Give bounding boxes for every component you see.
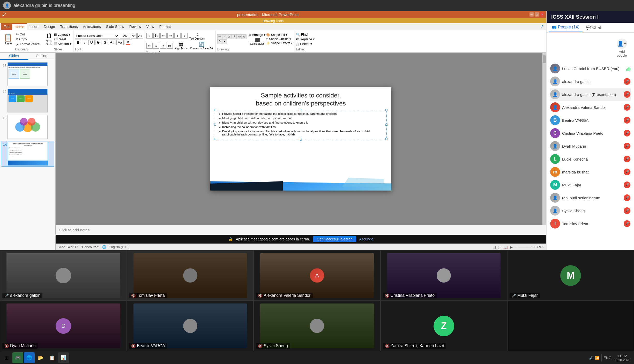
slide-thumb-14[interactable]: 14 Sample activities to consider, based … — [1, 141, 54, 166]
change-case-btn[interactable]: Aa — [116, 40, 124, 45]
paste-btn[interactable]: 📋 Paste — [2, 33, 14, 46]
increase-indent-btn[interactable]: ⇥ — [167, 33, 174, 39]
tab-animations[interactable]: Animations — [80, 23, 103, 30]
taskbar-separator — [70, 354, 70, 361]
minimize-btn[interactable]: ─ — [529, 12, 534, 17]
mic-beatrix: 🎤 — [624, 117, 630, 124]
cut-btn[interactable]: ✂PasteCut — [15, 32, 41, 36]
outline-tab[interactable]: Outline — [28, 53, 55, 60]
slide-thumb-12[interactable]: 12 For school school parents children — [1, 88, 54, 113]
align-left-btn[interactable]: ⇤ — [146, 43, 153, 49]
align-text-btn[interactable]: ▦ Align Text ▾ — [173, 41, 189, 50]
taskbar-btn-acrobat[interactable]: 📋 — [47, 352, 57, 363]
column-btn[interactable]: ⫿ — [174, 33, 181, 39]
tab-format[interactable]: Format — [157, 23, 173, 30]
shape-btn-7[interactable]: {} — [217, 39, 222, 44]
tab-slideshow[interactable]: Slide Show — [103, 23, 127, 30]
line-spacing-btn[interactable]: ↕ — [181, 33, 188, 39]
tab-home[interactable]: Home — [12, 23, 27, 30]
avatar-mukti: M — [550, 180, 560, 190]
slide-thumb-11[interactable]: 11 How can we improve the educational me… — [1, 62, 54, 87]
reset-btn[interactable]: ↺ Reset — [54, 37, 72, 41]
new-slide-btn[interactable]: 🗒 NewSlide — [45, 32, 53, 46]
view-slideshow-btn[interactable]: ▶ — [510, 245, 513, 249]
slide-content-box[interactable]: ➤ Provide specific training for increasi… — [215, 110, 387, 139]
section-btn[interactable]: ☰ Section ▾ — [54, 42, 72, 46]
view-slide-btn[interactable]: ⬚ — [498, 245, 501, 249]
shape-btn-1[interactable]: ⬲ — [217, 34, 222, 39]
find-btn[interactable]: 🔍 Find — [296, 33, 315, 36]
tab-file[interactable]: File — [1, 23, 12, 30]
shape-btn-8[interactable]: ✦ — [222, 39, 227, 44]
bullet-3: ➤ Identifying children without devices a… — [218, 121, 383, 125]
slide-thumb-13[interactable]: 13 — [1, 114, 54, 140]
maximize-btn[interactable]: □ — [535, 12, 539, 17]
close-btn[interactable]: ✕ — [540, 12, 544, 17]
taskbar-btn-search[interactable]: 🎮 — [12, 352, 23, 363]
numbering-btn[interactable]: 1≡ — [153, 33, 160, 39]
notes-area[interactable]: Click to add notes — [56, 225, 546, 235]
shape-btn-6[interactable]: ◇ — [242, 34, 247, 39]
tab-design[interactable]: Design — [41, 23, 58, 30]
justify-btn[interactable]: ▤ — [167, 43, 173, 49]
quick-styles-btn[interactable]: ⬛ Quick Styles — [249, 37, 265, 45]
font-decrease-btn[interactable]: A↓ — [137, 33, 143, 39]
bold-btn[interactable]: B — [75, 40, 81, 45]
convert-smartart-btn[interactable]: 🔄 Convert to SmartArt — [189, 41, 214, 50]
ppt-title: presentation - Microsoft PowerPoint — [8, 12, 527, 17]
italic-btn[interactable]: I — [82, 40, 88, 45]
zoom-in-btn[interactable]: + — [533, 245, 535, 249]
add-people-btn[interactable]: 👤+ Add people — [613, 36, 631, 59]
shape-btn-4[interactable]: / — [232, 34, 237, 39]
people-tab[interactable]: 👥 People (14) — [549, 23, 583, 32]
shape-effects-btn[interactable]: ✨ Shape Effects ▾ — [266, 41, 293, 45]
slide-bottom-decoration — [210, 174, 391, 191]
strikethrough-btn[interactable]: S — [95, 40, 101, 45]
select-btn[interactable]: ⬚ Select ▾ — [296, 42, 315, 46]
network-icon[interactable]: 📶 — [595, 356, 599, 360]
language-icon: 🌐 — [102, 245, 106, 249]
volume-icon[interactable]: 🔊 — [589, 356, 593, 360]
bullets-btn[interactable]: ≡ — [146, 33, 153, 39]
shape-btn-2[interactable]: ○ — [222, 34, 227, 39]
chat-tab[interactable]: 💬 Chat — [583, 23, 604, 32]
shape-btn-3[interactable]: △ — [227, 34, 232, 39]
format-painter-btn[interactable]: 🖌Format Painter — [15, 42, 41, 46]
replace-btn[interactable]: ⇄ Replace ▾ — [296, 37, 315, 41]
slides-tab[interactable]: Slides — [0, 53, 28, 60]
view-reading-btn[interactable]: 📖 — [503, 245, 508, 249]
shadow-btn[interactable]: S — [102, 40, 108, 45]
font-size-input[interactable] — [120, 33, 130, 39]
text-direction-btn[interactable]: ↕ Text Direction — [188, 31, 206, 40]
arrange-btn[interactable]: ⧉Arrange ▾ — [249, 33, 265, 37]
tab-transitions[interactable]: Transitions — [58, 23, 80, 30]
view-normal-btn[interactable]: ▤ — [493, 245, 496, 249]
layout-btn[interactable]: ▤ Layout ▾ — [54, 33, 72, 36]
tab-insert[interactable]: Insert — [27, 23, 41, 30]
taskbar-btn-ppt[interactable]: 📊 — [58, 352, 69, 363]
zoom-slider[interactable]: ───── — [519, 245, 531, 249]
align-center-btn[interactable]: ≡ — [153, 43, 159, 49]
ribbon-help[interactable]: ? — [539, 24, 545, 29]
tab-review[interactable]: Review — [127, 23, 144, 30]
slide-scroll-area[interactable]: Sample activities to consider,based on c… — [56, 53, 546, 225]
taskbar-btn-browser[interactable]: 🌐 — [24, 352, 35, 363]
meet-banner-button[interactable]: Opriți accesul la ecran — [313, 236, 356, 242]
underline-btn[interactable]: U — [88, 40, 95, 45]
taskbar-btn-files[interactable]: 📂 — [35, 352, 46, 363]
tab-view[interactable]: View — [144, 23, 157, 30]
char-spacing-btn[interactable]: AZ — [109, 40, 116, 45]
font-color-btn[interactable]: A — [124, 40, 132, 45]
align-right-btn[interactable]: ⇥ — [160, 43, 166, 49]
font-name-select[interactable]: Lucida Sans Unic — [75, 33, 119, 39]
zoom-out-btn[interactable]: ─ — [515, 245, 517, 249]
decrease-indent-btn[interactable]: ⇤ — [160, 33, 167, 39]
person-lucas: 👤 Lucas Gabriel from EUSER (You) — [550, 62, 631, 75]
font-increase-btn[interactable]: A↑ — [131, 33, 137, 39]
copy-btn[interactable]: ⧉Copy — [15, 37, 41, 42]
shape-outline-btn[interactable]: □ Shape Outline ▾ — [266, 37, 293, 41]
shape-btn-5[interactable]: ▭ — [237, 34, 242, 39]
meet-banner-link[interactable]: Ascunde — [359, 237, 373, 241]
start-btn[interactable]: ⊞ — [1, 352, 12, 363]
shape-fill-btn[interactable]: 🎨 Shape Fill ▾ — [266, 33, 293, 37]
